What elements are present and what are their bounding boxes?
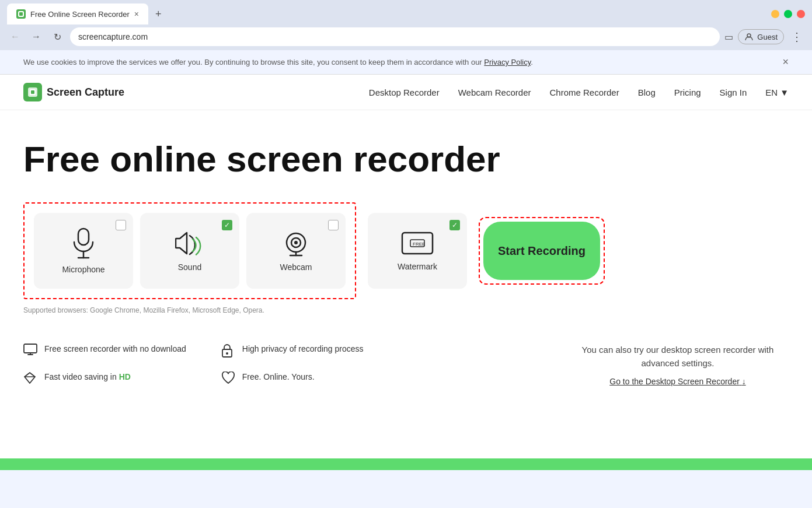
cookie-text: We use cookies to improve the services w… [23, 58, 533, 66]
microphone-checkbox[interactable] [116, 220, 126, 230]
nav-pricing[interactable]: Pricing [674, 87, 701, 97]
feature-free: Free. Online. Yours. [221, 372, 364, 386]
new-tab-button[interactable]: + [151, 6, 166, 23]
split-view-button[interactable]: ▭ [724, 31, 733, 43]
address-input[interactable] [70, 27, 720, 46]
svg-rect-17 [24, 344, 37, 353]
green-footer-bar [0, 458, 812, 470]
heart-icon [221, 372, 235, 386]
start-recording-box: Start Recording [479, 217, 605, 285]
microphone-card[interactable]: Microphone [34, 213, 133, 289]
nav-desktop-recorder[interactable]: Desktop Recorder [369, 87, 440, 97]
features-col-2: High privacy of recording process Free. … [221, 344, 364, 386]
promo-text: You can also try our desktop screen reco… [567, 344, 789, 370]
feature-free-text: Free. Online. Yours. [242, 372, 315, 383]
cookie-close-button[interactable]: × [782, 56, 789, 68]
address-bar-row: ← → ↻ ▭ Guest ⋮ [0, 23, 812, 50]
recording-controls: Microphone ✓ Sound [23, 202, 789, 299]
browser-tab[interactable]: Free Online Screen Recorder × [7, 3, 148, 24]
feature-promo: You can also try our desktop screen reco… [567, 344, 789, 386]
sound-icon [175, 230, 204, 257]
supported-browsers: Supported browsers: Google Chrome, Mozil… [23, 306, 789, 314]
features-section: Free screen recorder with no download Fa… [0, 332, 812, 409]
sound-label: Sound [178, 262, 201, 272]
feature-privacy: High privacy of recording process [221, 344, 364, 358]
svg-point-22 [226, 352, 228, 355]
promo-link[interactable]: Go to the Desktop Screen Recorder ↓ [609, 377, 745, 386]
close-button[interactable]: × [797, 10, 805, 18]
webcam-checkbox[interactable] [328, 220, 339, 230]
start-recording-button[interactable]: Start Recording [483, 222, 600, 280]
browser-menu-button[interactable]: ⋮ [789, 27, 805, 46]
svg-rect-5 [31, 90, 34, 94]
chevron-down-icon: ▼ [780, 87, 789, 97]
nav-sign-in[interactable]: Sign In [720, 87, 747, 97]
svg-point-11 [294, 241, 298, 244]
site-logo-text: Screen Capture [47, 86, 124, 99]
forward-button[interactable]: → [28, 29, 44, 45]
minimize-button[interactable]: − [771, 10, 779, 18]
recording-options-box: Microphone ✓ Sound [23, 202, 356, 299]
browser-title-bar: Free Online Screen Recorder × + − □ × [0, 0, 812, 23]
microphone-icon [71, 227, 96, 259]
promo-arrow: ↓ [742, 377, 746, 386]
microphone-label: Microphone [62, 265, 104, 274]
diamond-icon [23, 372, 37, 386]
nav-lang[interactable]: EN ▼ [765, 87, 789, 97]
watermark-checkbox[interactable]: ✓ [449, 220, 460, 230]
webcam-label: Webcam [280, 262, 312, 272]
watermark-icon: FREE [400, 230, 435, 256]
sound-card[interactable]: ✓ Sound [140, 213, 239, 289]
svg-rect-1 [19, 12, 23, 16]
tab-title: Free Online Screen Recorder [30, 10, 130, 19]
tab-favicon [16, 9, 26, 19]
feature-privacy-text: High privacy of recording process [242, 344, 364, 355]
profile-button[interactable]: Guest [738, 29, 784, 44]
hero-title: Free online screen recorder [23, 139, 789, 179]
cookie-banner: We use cookies to improve the services w… [0, 50, 812, 75]
watermark-label: Watermark [398, 262, 437, 271]
profile-icon [744, 32, 754, 41]
maximize-button[interactable]: □ [784, 10, 792, 18]
monitor-icon [23, 344, 37, 358]
nav-chrome-recorder[interactable]: Chrome Recorder [549, 87, 619, 97]
feature-hd-text: Fast video saving in HD [44, 372, 131, 383]
webcam-icon [281, 230, 311, 257]
feature-hd: Fast video saving in HD [23, 372, 186, 386]
sound-checkbox[interactable]: ✓ [222, 220, 232, 230]
reload-button[interactable]: ↻ [49, 29, 65, 45]
feature-no-download: Free screen recorder with no download [23, 344, 186, 358]
tab-close-button[interactable]: × [134, 9, 139, 19]
nav-links: Desktop Recorder Webcam Recorder Chrome … [369, 87, 789, 97]
nav-blog[interactable]: Blog [638, 87, 656, 97]
site-logo[interactable]: Screen Capture [23, 83, 124, 101]
svg-text:FREE: FREE [413, 241, 425, 247]
nav-webcam-recorder[interactable]: Webcam Recorder [458, 87, 531, 97]
back-button[interactable]: ← [7, 29, 23, 45]
page-content: We use cookies to improve the services w… [0, 50, 812, 458]
features-col-1: Free screen recorder with no download Fa… [23, 344, 186, 386]
webcam-card[interactable]: Webcam [246, 213, 346, 289]
logo-icon [23, 83, 42, 101]
lock-icon [221, 344, 235, 358]
window-controls: − □ × [771, 10, 805, 18]
site-nav: Screen Capture Desktop Recorder Webcam R… [0, 75, 812, 110]
svg-rect-6 [78, 229, 89, 245]
profile-label: Guest [757, 33, 778, 41]
feature-no-download-text: Free screen recorder with no download [44, 344, 186, 355]
hd-highlight: HD [119, 372, 131, 381]
watermark-card[interactable]: ✓ FREE Watermark [368, 213, 467, 289]
privacy-policy-link[interactable]: Privacy Policy [484, 58, 531, 66]
hero-section: Free online screen recorder [0, 110, 812, 332]
